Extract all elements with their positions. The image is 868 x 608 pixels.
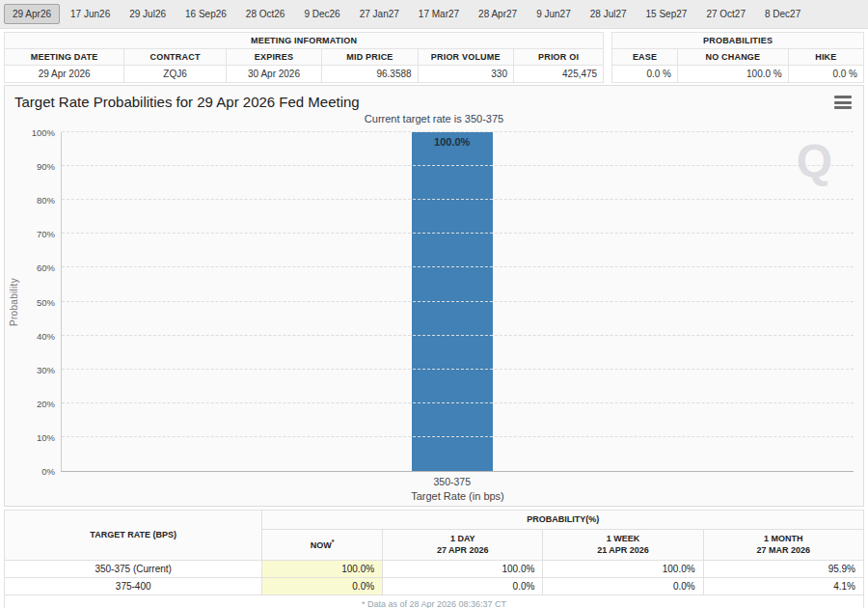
y-axis-tick-label: 100% bbox=[32, 127, 55, 138]
y-axis-label: Probability bbox=[9, 278, 19, 326]
gridline bbox=[62, 335, 854, 336]
data-timestamp-footnote: * Data as of 28 Apr 2026 08:36:37 CT bbox=[5, 594, 864, 608]
col-expires: EXPIRES bbox=[226, 49, 321, 66]
col-target-rate-bps: TARGET RATE (BPS) bbox=[5, 511, 262, 561]
day-probability-cell: 100.0% bbox=[383, 560, 543, 577]
bar-value-label: 100.0% bbox=[412, 132, 493, 148]
mid-price-value: 96.3588 bbox=[322, 66, 418, 83]
col-1-week-date: 21 APR 2026 bbox=[597, 545, 649, 555]
x-axis-title: Target Rate (in bps) bbox=[62, 490, 854, 502]
month-probability-cell: 95.9% bbox=[703, 560, 863, 577]
table-row: 375-400 0.0% 0.0% 0.0% 4.1% bbox=[5, 577, 864, 594]
col-prior-volume: PRIOR VOLUME bbox=[418, 49, 513, 66]
prior-volume-value: 330 bbox=[418, 66, 513, 83]
gridline bbox=[62, 131, 854, 132]
plot-area: Probability Q 100.0% 350-375 Target Rate… bbox=[61, 132, 854, 472]
col-1-month-date: 27 MAR 2026 bbox=[757, 545, 811, 555]
y-axis-tick-label: 70% bbox=[37, 229, 55, 239]
col-ease: EASE bbox=[612, 49, 678, 66]
target-rate-chart-panel: Target Rate Probabilities for 29 Apr 202… bbox=[4, 85, 864, 507]
meeting-information-title: MEETING INFORMATION bbox=[5, 33, 604, 49]
info-tables-row: MEETING INFORMATION MEETING DATE CONTRAC… bbox=[0, 29, 868, 85]
probabilities-title: PROBABILITIES bbox=[612, 33, 864, 49]
meeting-tab[interactable]: 28 Jul27 bbox=[582, 4, 636, 24]
probability-group-header: PROBABILITY(%) bbox=[262, 511, 864, 530]
col-1-month: 1 MONTH 27 MAR 2026 bbox=[703, 529, 863, 560]
col-1-month-label: 1 MONTH bbox=[764, 534, 803, 543]
meeting-information-table: MEETING INFORMATION MEETING DATE CONTRAC… bbox=[4, 32, 604, 83]
meeting-tab[interactable]: 9 Jun27 bbox=[528, 4, 580, 24]
col-1-week: 1 WEEK 21 APR 2026 bbox=[543, 529, 703, 560]
col-no-change: NO CHANGE bbox=[677, 49, 788, 66]
y-axis-tick-label: 60% bbox=[37, 263, 55, 273]
col-now-label: NOW bbox=[311, 540, 332, 550]
meeting-tab[interactable]: 28 Apr27 bbox=[470, 4, 526, 24]
col-prior-oi: PRIOR OI bbox=[513, 49, 603, 66]
y-axis-tick-label: 30% bbox=[37, 364, 55, 374]
chart-subtitle: Current target rate is 350-375 bbox=[5, 113, 863, 124]
col-mid-price: MID PRICE bbox=[322, 49, 418, 66]
y-axis-tick-label: 80% bbox=[37, 195, 55, 206]
meeting-tab[interactable]: 8 Dec27 bbox=[756, 4, 809, 24]
col-hike: HIKE bbox=[788, 49, 863, 66]
col-1-day-date: 27 APR 2026 bbox=[437, 545, 489, 555]
probabilities-row: 0.0 % 100.0 % 0.0 % bbox=[612, 66, 864, 83]
col-contract: CONTRACT bbox=[124, 49, 227, 66]
col-now: NOW* bbox=[262, 529, 383, 560]
hamburger-menu-icon[interactable] bbox=[834, 96, 852, 109]
gridline bbox=[62, 199, 854, 200]
meeting-information-row: 29 Apr 2026 ZQJ6 30 Apr 2026 96.3588 330… bbox=[5, 66, 604, 83]
meeting-date-value: 29 Apr 2026 bbox=[5, 66, 124, 83]
meeting-tab[interactable]: 29 Apr26 bbox=[4, 4, 60, 24]
meeting-date-tabbar: 29 Apr26 17 Jun26 29 Jul26 16 Sep26 28 O… bbox=[0, 0, 868, 29]
week-probability-cell: 0.0% bbox=[543, 577, 703, 594]
contract-value: ZQJ6 bbox=[124, 66, 227, 83]
month-probability-cell: 4.1% bbox=[703, 577, 863, 594]
col-now-asterisk: * bbox=[332, 539, 335, 545]
day-probability-cell: 0.0% bbox=[383, 577, 543, 594]
meeting-tab[interactable]: 9 Dec26 bbox=[295, 4, 348, 24]
no-change-value: 100.0 % bbox=[677, 66, 788, 83]
col-1-week-label: 1 WEEK bbox=[607, 534, 640, 543]
quikstrike-watermark: Q bbox=[797, 138, 832, 184]
col-1-day: 1 DAY 27 APR 2026 bbox=[383, 529, 543, 560]
x-axis-tick-label: 350-375 bbox=[385, 476, 520, 487]
probabilities-table: PROBABILITIES EASE NO CHANGE HIKE 0.0 % … bbox=[611, 32, 864, 83]
meeting-tab[interactable]: 16 Sep26 bbox=[176, 4, 235, 24]
gridline bbox=[62, 369, 854, 370]
meeting-tab[interactable]: 27 Jan27 bbox=[351, 4, 408, 24]
meeting-tab[interactable]: 17 Mar27 bbox=[410, 4, 468, 24]
gridline bbox=[62, 266, 854, 267]
gridline bbox=[62, 436, 854, 437]
probability-bar: 100.0% bbox=[412, 132, 493, 471]
chart-title: Target Rate Probabilities for 29 Apr 202… bbox=[5, 86, 863, 110]
y-axis-tick-label: 90% bbox=[37, 161, 55, 172]
target-rate-cell: 375-400 bbox=[5, 577, 262, 594]
now-probability-cell: 0.0% bbox=[262, 577, 383, 594]
gridline bbox=[62, 165, 854, 166]
y-axis-tick-label: 50% bbox=[37, 296, 55, 307]
meeting-tab[interactable]: 17 Jun26 bbox=[62, 4, 119, 24]
y-axis-tick-label: 0% bbox=[41, 466, 55, 477]
ease-value: 0.0 % bbox=[612, 66, 678, 83]
col-1-day-label: 1 DAY bbox=[450, 534, 475, 543]
probability-history-table: TARGET RATE (BPS) PROBABILITY(%) NOW* 1 … bbox=[4, 510, 864, 608]
target-rate-cell: 350-375 (Current) bbox=[5, 560, 262, 577]
col-meeting-date: MEETING DATE bbox=[5, 49, 124, 66]
hike-value: 0.0 % bbox=[788, 66, 863, 83]
gridline bbox=[62, 233, 854, 234]
meeting-tab[interactable]: 28 Oct26 bbox=[237, 4, 294, 24]
now-probability-cell: 100.0% bbox=[262, 560, 383, 577]
gridline bbox=[62, 402, 854, 403]
y-axis-tick-label: 20% bbox=[37, 398, 55, 408]
meeting-tab[interactable]: 27 Oct27 bbox=[697, 4, 754, 24]
meeting-tab[interactable]: 29 Jul26 bbox=[121, 4, 175, 24]
gridline bbox=[62, 301, 854, 302]
y-axis-tick-label: 40% bbox=[37, 330, 55, 341]
table-row: 350-375 (Current) 100.0% 100.0% 100.0% 9… bbox=[5, 560, 864, 577]
week-probability-cell: 100.0% bbox=[543, 560, 703, 577]
expires-value: 30 Apr 2026 bbox=[226, 66, 321, 83]
y-axis-tick-label: 10% bbox=[37, 431, 55, 442]
meeting-tab[interactable]: 15 Sep27 bbox=[637, 4, 696, 24]
prior-oi-value: 425,475 bbox=[513, 66, 603, 83]
